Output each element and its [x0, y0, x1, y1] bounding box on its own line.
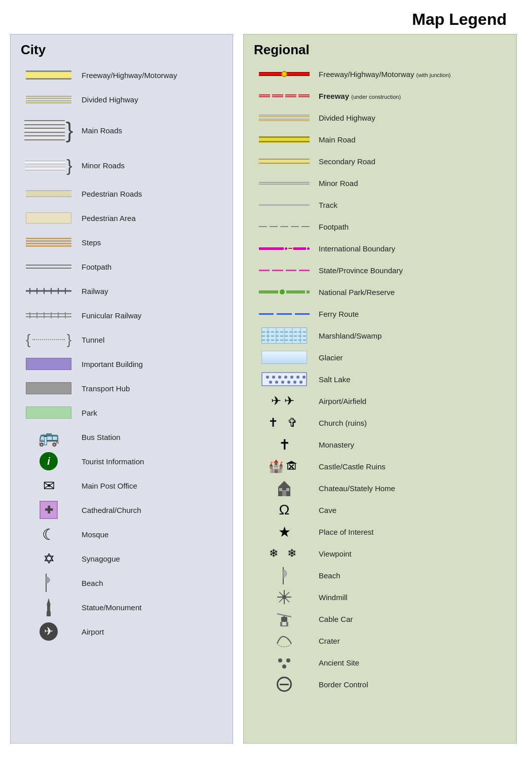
list-item: } Main Roads — [21, 113, 222, 148]
svg-rect-42 — [282, 490, 286, 496]
list-item: Crater — [254, 631, 506, 651]
svg-rect-16 — [47, 611, 51, 616]
ancient-site-label: Ancient Site — [315, 658, 506, 667]
viewpoint-label: Viewpoint — [315, 549, 506, 558]
synagogue-symbol: ✡ — [21, 550, 77, 567]
mosque-label: Mosque — [77, 530, 222, 539]
list-item: ✈ Airport — [21, 620, 222, 643]
list-item: Park — [21, 401, 222, 424]
railway-symbol — [21, 287, 77, 295]
list-item: Secondary Road — [254, 151, 506, 171]
national-park-label: National Park/Reserve — [315, 288, 506, 297]
reg-airport-symbol: ✈✈ — [254, 394, 315, 408]
freeway-symbol — [21, 70, 77, 80]
monastery-symbol: ✝ — [254, 436, 315, 453]
cable-car-label: Cable Car — [315, 615, 506, 623]
monastery-label: Monastery — [315, 440, 506, 449]
reg-divided-symbol — [254, 115, 315, 121]
reg-divided-label: Divided Highway — [315, 114, 506, 122]
steps-label: Steps — [77, 238, 222, 247]
cable-car-symbol — [254, 610, 315, 628]
int-boundary-symbol — [254, 247, 315, 250]
pedestrian-area-symbol — [21, 212, 77, 224]
ferry-symbol — [254, 313, 315, 315]
salt-lake-symbol — [254, 372, 315, 386]
list-item: Divided Highway — [254, 107, 506, 128]
viewpoint-symbol: ❄ ❄ — [254, 547, 315, 560]
reg-track-symbol — [254, 204, 315, 206]
important-building-symbol — [21, 358, 77, 370]
list-item: Marshland/Swamp — [254, 325, 506, 346]
reg-secondary-symbol — [254, 159, 315, 164]
reg-main-road-symbol — [254, 136, 315, 142]
list-item: Chateau/Stately Home — [254, 478, 506, 498]
airport-city-label: Airport — [77, 627, 222, 636]
freeway-label: Freeway/Highway/Motorway — [77, 71, 222, 80]
place-of-interest-label: Place of Interest — [315, 528, 506, 536]
list-item: ★ Place of Interest — [254, 522, 506, 542]
list-item: ✝ Monastery — [254, 434, 506, 455]
transport-hub-symbol — [21, 382, 77, 394]
border-control-symbol — [254, 677, 315, 692]
list-item: Divided Highway — [21, 88, 222, 110]
mosque-symbol: ☾ — [21, 526, 77, 543]
ferry-label: Ferry Route — [315, 310, 506, 318]
minor-roads-label: Minor Roads — [77, 161, 222, 170]
reg-freeway-construction-symbol — [254, 94, 315, 97]
crater-label: Crater — [315, 637, 506, 645]
list-item: ✝ ✞ Church (ruins) — [254, 413, 506, 433]
reg-footpath-label: Footpath — [315, 223, 506, 231]
list-item: i Tourist Information — [21, 450, 222, 472]
reg-beach-label: Beach — [315, 571, 506, 580]
svg-rect-52 — [281, 617, 287, 622]
list-item: Ferry Route — [254, 304, 506, 324]
reg-freeway-construction-label: Freeway (under construction) — [315, 92, 506, 100]
svg-point-33 — [302, 376, 306, 379]
list-item: Freeway/Highway/Motorway — [21, 64, 222, 86]
marshland-symbol — [254, 327, 315, 344]
city-panel: City Freeway/Highway/Motorway Divided Hi… — [10, 34, 233, 744]
list-item: Pedestrian Area — [21, 207, 222, 229]
list-item: ✡ Synagogue — [21, 547, 222, 570]
steps-symbol — [21, 238, 77, 247]
svg-point-28 — [272, 376, 275, 379]
list-item: Statue/Monument — [21, 596, 222, 618]
svg-point-29 — [278, 376, 281, 379]
list-item: Cable Car — [254, 609, 506, 629]
svg-rect-44 — [286, 488, 289, 491]
castle-symbol: 🏰🏚 — [254, 459, 315, 473]
list-item: ✉ Main Post Office — [21, 474, 222, 497]
national-park-symbol — [254, 289, 315, 294]
transport-hub-label: Transport Hub — [77, 384, 222, 393]
main-roads-label: Main Roads — [77, 126, 222, 135]
place-of-interest-symbol: ★ — [254, 524, 315, 540]
svg-marker-41 — [278, 481, 290, 487]
important-building-label: Important Building — [77, 360, 222, 368]
list-item: Transport Hub — [21, 377, 222, 399]
statue-label: Statue/Monument — [77, 603, 222, 612]
synagogue-label: Synagogue — [77, 554, 222, 563]
chateau-label: Chateau/Stately Home — [315, 484, 506, 493]
svg-rect-54 — [280, 622, 282, 626]
list-item: ✚ Cathedral/Church — [21, 499, 222, 521]
divided-highway-symbol — [21, 96, 77, 103]
list-item: State/Province Boundary — [254, 260, 506, 280]
glacier-symbol — [254, 351, 315, 364]
chateau-symbol — [254, 479, 315, 497]
svg-rect-18 — [47, 605, 50, 611]
list-item: ❄ ❄ Viewpoint — [254, 543, 506, 564]
list-item: Footpath — [21, 255, 222, 278]
list-item: 🏰🏚 Castle/Castle Ruins — [254, 456, 506, 476]
reg-secondary-label: Secondary Road — [315, 157, 506, 166]
list-item: Footpath — [254, 216, 506, 237]
post-office-label: Main Post Office — [77, 482, 222, 490]
windmill-symbol — [254, 588, 315, 606]
list-item: National Park/Reserve — [254, 282, 506, 302]
svg-point-38 — [293, 381, 296, 384]
bus-station-label: Bus Station — [77, 433, 222, 441]
list-item: Freeway (under construction) — [254, 86, 506, 106]
reg-minor-label: Minor Road — [315, 179, 506, 188]
windmill-label: Windmill — [315, 593, 506, 602]
city-panel-title: City — [21, 42, 222, 58]
list-item: { } Tunnel — [21, 328, 222, 351]
